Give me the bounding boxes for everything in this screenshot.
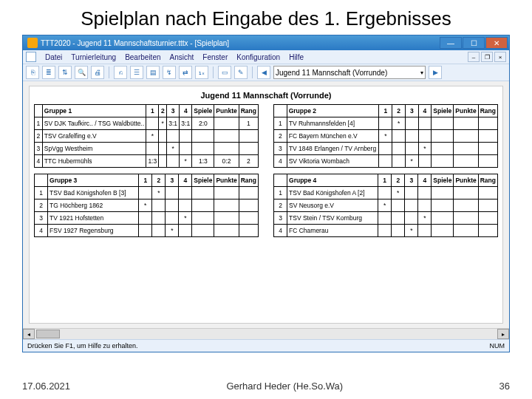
col-header: 1 <box>146 105 159 117</box>
cell <box>392 130 406 143</box>
col-header: Spiele <box>432 105 454 117</box>
mdi-minimize[interactable]: – <box>468 52 480 62</box>
cell: 1 <box>239 117 258 130</box>
cell <box>478 130 497 143</box>
tool-icon-2[interactable]: ≣ <box>42 66 55 79</box>
tool-icon-5[interactable]: ⎌ <box>114 66 127 79</box>
maximize-button[interactable]: ☐ <box>463 37 485 49</box>
row-num: 2 <box>35 200 48 212</box>
cell <box>418 225 432 237</box>
cell <box>180 143 192 155</box>
cell <box>239 130 258 143</box>
menu-konfiguration[interactable]: Konfiguration <box>236 53 280 61</box>
row-num: 2 <box>274 130 287 143</box>
cell <box>478 117 497 130</box>
round-selector-text: Jugend 11 Mannschaft (Vorrunde) <box>276 69 387 77</box>
scroll-right-arrow[interactable]: ▸ <box>497 329 509 339</box>
cell <box>214 117 239 130</box>
round-selector[interactable]: Jugend 11 Mannschaft (Vorrunde) ▾ <box>273 66 426 79</box>
tool-icon-11[interactable]: ▭ <box>218 66 231 79</box>
menu-ansicht[interactable]: Ansicht <box>170 53 194 61</box>
table-row: 1TV Ruhmannsfelden [4]* <box>274 117 498 130</box>
mdi-close[interactable]: × <box>494 52 506 62</box>
team-name: TV 1848 Erlangen / TV Arnberg <box>287 143 379 155</box>
team-name: TSV Grafelfing e.V <box>42 130 146 143</box>
cell: * <box>152 187 166 200</box>
group-name: Gruppe 3 <box>48 174 139 187</box>
close-button[interactable]: ✕ <box>485 37 508 49</box>
minimize-button[interactable]: — <box>440 37 462 49</box>
tool-icon-4[interactable]: 🔍 <box>75 66 88 79</box>
cell: * <box>418 212 432 225</box>
cell: 1:3 <box>146 155 159 168</box>
team-name: FSV 1927 Regensburg <box>48 225 139 237</box>
row-num: 4 <box>274 155 287 168</box>
col-header: 2 <box>392 105 406 117</box>
horizontal-scrollbar[interactable]: ◂ ▸ <box>23 328 509 339</box>
mdi-restore[interactable]: ❐ <box>481 52 493 62</box>
table-row: 2SV Neusorg e.V* <box>274 200 498 212</box>
team-name: SV Viktoria Wombach <box>287 155 379 168</box>
tool-icon-12[interactable]: ✎ <box>234 66 248 79</box>
menu-bearbeiten[interactable]: Bearbeiten <box>125 53 160 61</box>
prev-icon[interactable]: ◀ <box>257 66 270 79</box>
col-header: 1 <box>139 174 152 187</box>
cell <box>166 187 179 200</box>
slide-title: Spielplan nach Eingabe des 1. Ergebnisse… <box>22 7 510 30</box>
menu-datei[interactable]: Datei <box>45 53 62 61</box>
menu-turnierleitung[interactable]: Turnierleitung <box>71 53 116 61</box>
cell <box>146 117 159 130</box>
group-table: Gruppe 11234SpielePunkteRang1SV DJK Tauf… <box>34 104 259 168</box>
tool-icon-1[interactable]: ⎘ <box>26 66 39 79</box>
print-icon[interactable]: 🖨 <box>91 66 104 79</box>
cell <box>478 187 497 200</box>
document-area: Jugend 11 Mannschaft (Vorrunde) Gruppe 1… <box>23 81 509 328</box>
cell <box>379 143 392 155</box>
team-name: TSV Bad Königshofen A [2] <box>287 187 378 200</box>
tool-icon-3[interactable]: ⇅ <box>58 66 72 79</box>
group-table: Gruppe 41234SpielePunkteRang1TSV Bad Kön… <box>273 174 498 237</box>
row-num: 1 <box>274 117 287 130</box>
footer-date: 17.06.2021 <box>22 381 70 392</box>
table-row: 2FC Bayern München e.V* <box>274 130 498 143</box>
col-header: 2 <box>152 174 166 187</box>
cell <box>192 187 214 200</box>
next-icon[interactable]: ▶ <box>429 66 442 79</box>
cell <box>392 143 406 155</box>
cell: * <box>379 130 392 143</box>
col-header: Spiele <box>192 105 214 117</box>
cell <box>418 187 432 200</box>
cell <box>166 200 179 212</box>
cell <box>159 155 167 168</box>
menu-hilfe[interactable]: Hilfe <box>289 53 304 61</box>
col-header: 3 <box>167 105 180 117</box>
tool-icon-10[interactable]: ₁ₓ <box>195 66 208 79</box>
scroll-left-arrow[interactable]: ◂ <box>23 329 35 339</box>
cell: * <box>166 225 179 237</box>
tool-icon-6[interactable]: ☰ <box>130 66 143 79</box>
cell <box>454 117 478 130</box>
col-header: Rang <box>478 174 497 187</box>
cell <box>478 225 497 237</box>
cell <box>392 155 406 168</box>
cell <box>239 143 258 155</box>
row-num: 2 <box>274 200 287 212</box>
row-num: 4 <box>35 155 43 168</box>
row-num: 1 <box>35 117 43 130</box>
scroll-thumb[interactable] <box>36 330 60 338</box>
cell: 3:1 <box>167 117 180 130</box>
cell <box>139 187 152 200</box>
table-row: 1SV DJK Taufkirc.. / TSG Waldbütte..*3:1… <box>35 117 259 130</box>
menu-fenster[interactable]: Fenster <box>202 53 228 61</box>
col-header: Spiele <box>192 174 214 187</box>
cell <box>146 143 159 155</box>
cell <box>152 212 166 225</box>
tool-icon-9[interactable]: ⇄ <box>179 66 192 79</box>
chevron-down-icon: ▾ <box>420 69 423 76</box>
tool-icon-8[interactable]: ↯ <box>163 66 176 79</box>
cell: * <box>180 155 192 168</box>
tool-icon-7[interactable]: ▤ <box>146 66 160 79</box>
cell <box>192 130 214 143</box>
col-header: Punkte <box>214 174 239 187</box>
cell <box>167 155 180 168</box>
